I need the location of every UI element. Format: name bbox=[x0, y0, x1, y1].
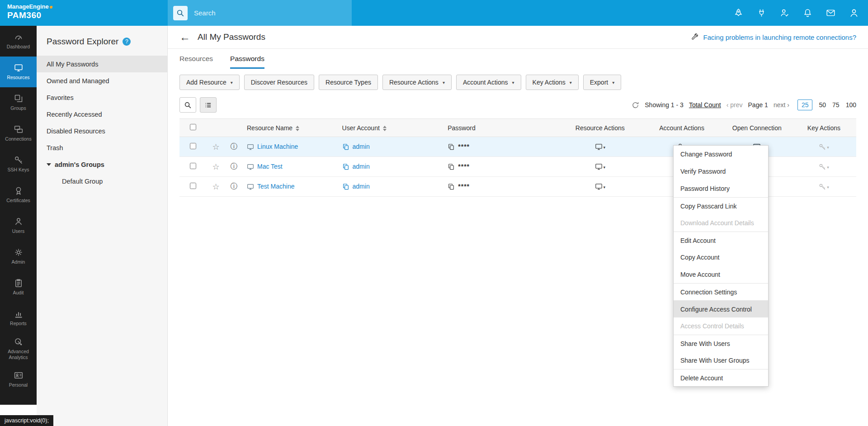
menu-item-configure-access-control[interactable]: Configure Access Control bbox=[674, 300, 768, 317]
page-size-50[interactable]: 50 bbox=[819, 101, 826, 109]
next-page-link[interactable]: next › bbox=[774, 101, 789, 109]
copy-account-icon[interactable] bbox=[342, 143, 349, 150]
add-resource-button[interactable]: Add Resource▾ bbox=[179, 75, 240, 90]
back-arrow-icon[interactable]: ← bbox=[179, 32, 190, 43]
select-all-checkbox[interactable] bbox=[190, 124, 196, 130]
explorer-item-owned-and-managed[interactable]: Owned and Managed bbox=[37, 72, 167, 89]
info-icon[interactable]: ⓘ bbox=[231, 162, 238, 170]
info-icon[interactable]: ⓘ bbox=[231, 182, 238, 190]
sidebar-item-advanced-analytics[interactable]: Advanced Analytics bbox=[0, 333, 37, 364]
row-checkbox[interactable] bbox=[190, 163, 196, 169]
key-actions-menu-icon[interactable]: ▾ bbox=[819, 143, 829, 150]
key-actions-menu-icon[interactable]: ▾ bbox=[819, 163, 829, 170]
menu-item-copy-passcard-link[interactable]: Copy Passcard Link bbox=[674, 197, 768, 214]
explorer-item-default-group[interactable]: Default Group bbox=[37, 173, 167, 189]
explorer-item-disabled-resources[interactable]: Disabled Resources bbox=[37, 123, 167, 139]
menu-item-move-account[interactable]: Move Account bbox=[674, 266, 768, 283]
user-account-link[interactable]: admin bbox=[353, 143, 370, 150]
account-actions-button[interactable]: Account Actions▾ bbox=[456, 75, 521, 90]
explorer-item-favorites[interactable]: Favorites bbox=[37, 89, 167, 106]
column-open-connection: Open Connection bbox=[732, 124, 782, 132]
explorer-item-recently-accessed[interactable]: Recently Accessed bbox=[37, 106, 167, 123]
masked-password: **** bbox=[458, 183, 470, 190]
key-actions-button[interactable]: Key Actions▾ bbox=[526, 75, 579, 90]
profile-icon[interactable] bbox=[849, 8, 859, 18]
search-icon[interactable] bbox=[173, 6, 188, 20]
resource-actions-button[interactable]: Resource Actions▾ bbox=[382, 75, 452, 90]
help-link[interactable]: Facing problems in launching remote conn… bbox=[703, 33, 856, 41]
page-size-75[interactable]: 75 bbox=[832, 101, 840, 109]
copy-account-icon[interactable] bbox=[342, 163, 349, 170]
sidebar-item-audit[interactable]: Audit bbox=[0, 272, 37, 303]
sidebar-item-admin[interactable]: Admin bbox=[0, 241, 37, 272]
resource-name-link[interactable]: Mac Test bbox=[257, 163, 283, 170]
favorite-star-icon[interactable]: ☆ bbox=[212, 182, 220, 191]
row-checkbox[interactable] bbox=[190, 183, 196, 189]
chevron-down-icon: ▾ bbox=[604, 145, 606, 150]
info-icon[interactable]: ⓘ bbox=[231, 142, 238, 150]
menu-item-share-with-user-groups[interactable]: Share With User Groups bbox=[674, 352, 768, 369]
resource-actions-menu-icon[interactable]: ▾ bbox=[595, 163, 606, 170]
key-actions-menu-icon[interactable]: ▾ bbox=[819, 183, 829, 190]
sidebar-item-personal[interactable]: Personal bbox=[0, 364, 37, 395]
resource-name-link[interactable]: Linux Machine bbox=[257, 143, 298, 150]
sidebar-item-dashboard[interactable]: Dashboard bbox=[0, 26, 37, 57]
resource-types-button[interactable]: Resource Types bbox=[319, 75, 378, 90]
sort-icon[interactable] bbox=[383, 126, 387, 131]
refresh-icon[interactable] bbox=[632, 101, 639, 109]
menu-item-password-history[interactable]: Password History bbox=[674, 180, 768, 197]
brand-logo[interactable]: ManageEngine PAM360 bbox=[7, 4, 52, 20]
explorer-item-trash[interactable]: Trash bbox=[37, 139, 167, 156]
user-account-link[interactable]: admin bbox=[353, 183, 370, 190]
tab-resources[interactable]: Resources bbox=[179, 55, 213, 69]
menu-item-verify-password[interactable]: Verify Password bbox=[674, 163, 768, 180]
copy-password-icon[interactable] bbox=[448, 143, 455, 150]
favorite-star-icon[interactable]: ☆ bbox=[212, 162, 220, 171]
quick-connect-icon[interactable] bbox=[757, 8, 766, 18]
table-search-button[interactable] bbox=[179, 97, 196, 113]
copy-password-icon[interactable] bbox=[448, 183, 455, 190]
sidebar-item-certificates[interactable]: Certificates bbox=[0, 180, 37, 210]
chevron-down-icon: ▾ bbox=[604, 185, 606, 189]
menu-item-share-with-users[interactable]: Share With Users bbox=[674, 335, 768, 352]
mail-icon[interactable] bbox=[826, 8, 835, 18]
explorer-item-all-my-passwords[interactable]: All My Passwords bbox=[37, 56, 167, 72]
row-checkbox[interactable] bbox=[190, 143, 196, 149]
favorite-star-icon[interactable]: ☆ bbox=[212, 142, 220, 151]
export-button[interactable]: Export▾ bbox=[583, 75, 622, 90]
resource-actions-menu-icon[interactable]: ▾ bbox=[595, 183, 606, 190]
page-size-100[interactable]: 100 bbox=[846, 101, 856, 109]
copy-password-icon[interactable] bbox=[448, 163, 455, 170]
copy-account-icon[interactable] bbox=[342, 183, 349, 190]
launch-connection-icon[interactable] bbox=[734, 8, 743, 18]
expand-arrow-icon[interactable] bbox=[47, 163, 51, 166]
sidebar-item-groups[interactable]: Groups bbox=[0, 87, 37, 118]
menu-item-delete-account[interactable]: Delete Account bbox=[674, 369, 768, 386]
toolbar: Add Resource▾ Discover Resources Resourc… bbox=[168, 69, 868, 90]
chevron-down-icon: ▾ bbox=[231, 80, 233, 85]
menu-item-connection-settings[interactable]: Connection Settings bbox=[674, 283, 768, 300]
user-account-link[interactable]: admin bbox=[353, 163, 370, 170]
list-view-button[interactable] bbox=[200, 97, 217, 113]
sort-icon[interactable] bbox=[296, 126, 299, 131]
sidebar-item-ssh-keys[interactable]: SSH Keys bbox=[0, 149, 37, 180]
help-question-icon[interactable]: ? bbox=[123, 38, 131, 46]
sidebar-item-reports[interactable]: Reports bbox=[0, 303, 37, 333]
sidebar-item-users[interactable]: Users bbox=[0, 210, 37, 241]
page-size-25[interactable]: 25 bbox=[797, 99, 813, 110]
menu-item-edit-account[interactable]: Edit Account bbox=[674, 232, 768, 249]
total-count-link[interactable]: Total Count bbox=[689, 101, 721, 109]
explorer-item-admins-groups[interactable]: admin's Groups bbox=[37, 156, 167, 173]
resource-actions-menu-icon[interactable]: ▾ bbox=[595, 143, 606, 150]
sidebar-item-connections[interactable]: Connections bbox=[0, 118, 37, 149]
discover-resources-button[interactable]: Discover Resources bbox=[244, 75, 314, 90]
notifications-bell-icon[interactable] bbox=[803, 8, 812, 18]
menu-item-copy-account[interactable]: Copy Account bbox=[674, 249, 768, 266]
menu-item-change-password[interactable]: Change Password bbox=[674, 146, 768, 163]
sidebar-item-resources[interactable]: Resources bbox=[0, 57, 37, 87]
prev-page-link[interactable]: ‹ prev bbox=[726, 101, 743, 109]
resource-name-link[interactable]: Test Machine bbox=[257, 183, 294, 190]
search-input[interactable] bbox=[194, 9, 330, 17]
user-sessions-icon[interactable] bbox=[780, 8, 789, 18]
tab-passwords[interactable]: Passwords bbox=[230, 55, 264, 69]
